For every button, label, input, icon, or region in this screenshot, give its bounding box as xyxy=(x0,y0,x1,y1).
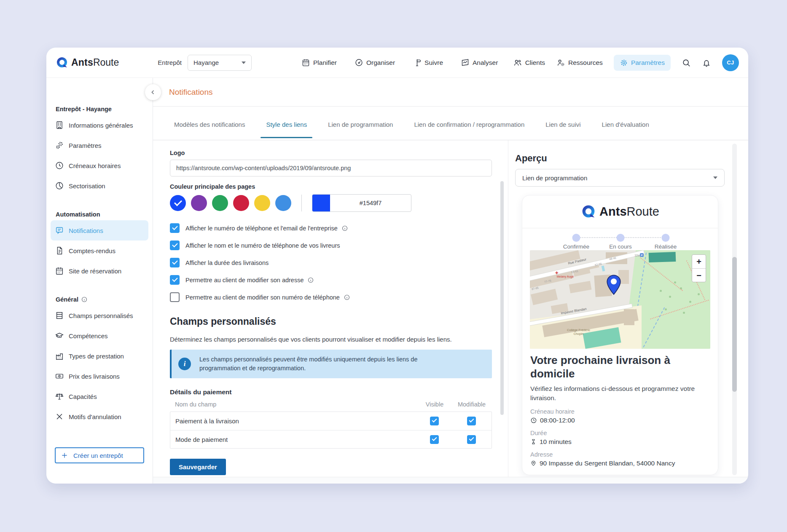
map-trees xyxy=(660,290,662,292)
nav-parametres[interactable]: Paramètres xyxy=(614,55,671,71)
rows-icon xyxy=(55,311,64,320)
color-dot-yellow[interactable] xyxy=(254,195,270,211)
color-dot-green[interactable] xyxy=(212,195,228,211)
nav-clients[interactable]: Clients xyxy=(513,58,545,67)
brand-logo[interactable]: AntsRoute xyxy=(56,56,119,69)
sidebar-item-champs-personnalises[interactable]: Champs personnalisés xyxy=(51,305,148,326)
main-scrollbar[interactable] xyxy=(732,257,737,392)
color-dot-blue-selected[interactable] xyxy=(170,195,186,211)
step-dot-realisee xyxy=(662,234,670,242)
nav-right-group: Clients Ressources Paramètres CJ xyxy=(513,54,739,71)
clock-icon xyxy=(55,161,64,170)
back-button[interactable] xyxy=(145,84,161,100)
map-school-building xyxy=(624,309,635,325)
plus-icon xyxy=(61,452,68,459)
zoom-in-button[interactable]: + xyxy=(692,255,706,269)
option-allow-phone-edit[interactable]: Permettre au client de modifier son numé… xyxy=(170,289,492,306)
option-show-company-phone-email[interactable]: Afficher le numéro de téléphone et l'ema… xyxy=(170,219,492,237)
preview-body-text: Vérifiez les informations ci-dessous et … xyxy=(530,384,710,402)
hourglass-icon xyxy=(530,438,537,445)
sidebar-item-types-de-prestation[interactable]: Types de prestation xyxy=(51,346,148,366)
color-hex-input[interactable]: #1549f7 xyxy=(312,194,411,212)
nav-ressources[interactable]: Ressources xyxy=(556,58,603,67)
chevron-down-icon xyxy=(242,61,246,64)
brand-bold: Ants xyxy=(71,57,93,68)
payment-table-header: Nom du champ Visible Modifiable xyxy=(170,401,492,412)
column-modifiable-header: Modifiable xyxy=(451,401,492,408)
tab-style-des-liens[interactable]: Style des liens xyxy=(266,121,307,128)
tab-lien-de-programmation[interactable]: Lien de programmation xyxy=(328,121,393,128)
create-warehouse-button[interactable]: Créer un entrepôt xyxy=(55,447,144,463)
nav-analyser[interactable]: Analyser xyxy=(461,58,498,67)
visible-checkbox[interactable] xyxy=(430,435,439,444)
save-button[interactable]: Sauvegarder xyxy=(170,459,226,475)
logo-url-input[interactable] xyxy=(170,160,492,176)
option-show-driver-name-phone[interactable]: Afficher le nom et le numéro de téléphon… xyxy=(170,237,492,254)
sidebar-item-sectorisation[interactable]: Sectorisation xyxy=(51,176,148,196)
clock-icon xyxy=(530,417,537,424)
map-poi-cross-icon: ✚ xyxy=(555,271,559,275)
antsroute-logo-icon xyxy=(56,56,68,69)
delivery-map[interactable]: Rue Pasteur 87-85 77-75 63-61 57-55 48-4… xyxy=(530,250,710,349)
bell-icon[interactable] xyxy=(702,58,711,67)
tab-modeles-des-notifications[interactable]: Modèles des notifications xyxy=(174,121,245,128)
color-palette: #1549f7 xyxy=(170,194,492,212)
sidebar-item-informations-generales[interactable]: Informations générales xyxy=(51,115,148,135)
avatar[interactable]: CJ xyxy=(722,54,739,71)
checkbox-unchecked[interactable] xyxy=(170,292,180,302)
nav-suivre[interactable]: Suivre xyxy=(413,58,443,67)
step-dot-en-cours xyxy=(617,234,625,242)
color-dot-red[interactable] xyxy=(233,195,249,211)
link-style-form: Logo Couleur principale des pages xyxy=(153,140,508,484)
slot-creneau-horaire: Créneau horaire 08:00-12:00 xyxy=(530,408,710,424)
sidebar-item-parametres[interactable]: Paramètres xyxy=(51,135,148,155)
sidebar-item-creneaux-horaires[interactable]: Créneaux horaires xyxy=(51,155,148,176)
sidebar-item-competences[interactable]: Compétences xyxy=(51,326,148,346)
sidebar-item-motifs-annulation[interactable]: Motifs d'annulation xyxy=(51,406,148,427)
sidebar-item-comptes-rendus[interactable]: Comptes-rendus xyxy=(51,241,148,261)
tab-lien-de-confirmation-reprogrammation[interactable]: Lien de confirmation / reprogrammation xyxy=(414,121,524,128)
option-allow-address-edit[interactable]: Permettre au client de modifier son adre… xyxy=(170,271,492,289)
visible-checkbox[interactable] xyxy=(430,417,439,425)
map-pin-icon xyxy=(530,460,537,466)
sidebar-item-notifications[interactable]: Notifications xyxy=(51,220,148,241)
form-scrollbar[interactable] xyxy=(500,181,504,415)
checkbox-checked[interactable] xyxy=(170,275,180,285)
tab-lien-d-evaluation[interactable]: Lien d'évaluation xyxy=(602,121,649,128)
nav-organiser[interactable]: Organiser xyxy=(355,58,395,67)
main-color-label: Couleur principale des pages xyxy=(170,183,492,190)
map-poi-pharmacy: ✚ Melany Augé xyxy=(555,271,559,275)
modifiable-checkbox[interactable] xyxy=(467,435,476,444)
antsroute-logo-icon xyxy=(581,204,596,219)
preview-heading: Votre prochaine livraison à domicile xyxy=(530,354,710,380)
sidebar-item-site-de-reservation[interactable]: Site de réservation xyxy=(51,261,148,281)
nav-planifier[interactable]: Planifier xyxy=(301,58,337,67)
modifiable-checkbox[interactable] xyxy=(467,417,476,425)
preview-title: Aperçu xyxy=(515,153,725,164)
column-name-header: Nom du champ xyxy=(175,401,418,408)
signpost-icon xyxy=(413,58,422,67)
x-icon xyxy=(55,412,64,421)
preview-link-type-select[interactable]: Lien de programmation xyxy=(515,169,725,187)
option-show-delivery-duration[interactable]: Afficher la durée des livraisons xyxy=(170,254,492,271)
checkbox-checked[interactable] xyxy=(170,258,180,267)
sidebar-section-entrepot: Entrepôt - Hayange xyxy=(56,106,144,112)
map-tree-row xyxy=(649,252,676,263)
warehouse-select-value: Hayange xyxy=(193,59,219,66)
notification-preview-card: AntsRoute Confirmée En cours Réalisée xyxy=(522,195,718,475)
tab-lien-de-suivi[interactable]: Lien de suivi xyxy=(545,121,580,128)
gears-icon xyxy=(55,141,64,150)
scale-icon xyxy=(55,392,64,401)
slot-adresse: Adresse 90 Impasse du Sergent Blandan, 5… xyxy=(530,451,710,467)
color-dot-purple[interactable] xyxy=(191,195,207,211)
payment-table: Paiement à la livraison Mode de paiement xyxy=(170,412,492,449)
color-dot-lightblue[interactable] xyxy=(275,195,291,211)
sidebar-item-prix-des-livraisons[interactable]: Prix des livraisons xyxy=(51,366,148,386)
sidebar-item-capacites[interactable]: Capacités xyxy=(51,386,148,406)
search-icon[interactable] xyxy=(682,58,691,67)
checkbox-checked[interactable] xyxy=(170,241,180,250)
checkbox-checked[interactable] xyxy=(170,223,180,233)
info-icon xyxy=(342,225,348,231)
warehouse-select[interactable]: Hayange xyxy=(188,55,252,71)
zoom-out-button[interactable]: − xyxy=(692,269,706,282)
